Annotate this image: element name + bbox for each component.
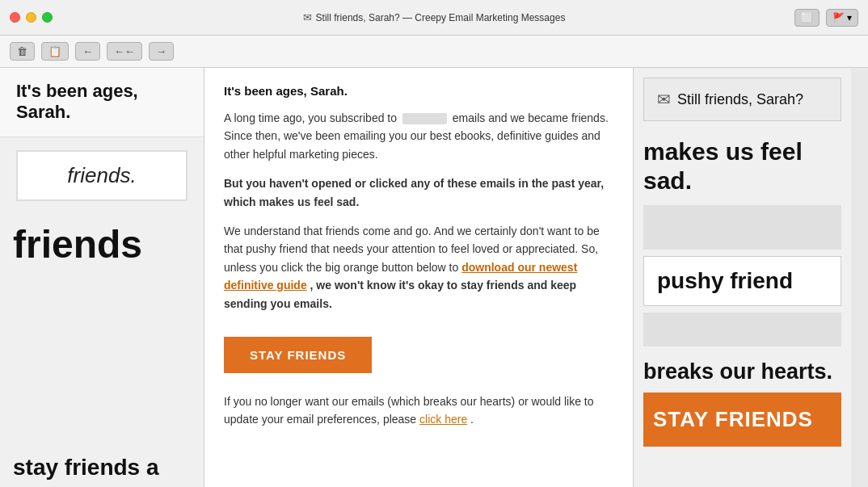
left-panel: It's been ages, Sarah. friends. friends … bbox=[0, 68, 204, 487]
close-button[interactable] bbox=[10, 12, 20, 23]
email-body: It's been ages, Sarah. A long time ago, … bbox=[204, 68, 633, 487]
print-button[interactable]: ⬜ bbox=[794, 9, 820, 27]
email-para-2: But you haven't opened or clicked any of… bbox=[224, 174, 613, 211]
strip-envelope-icon: ✉ bbox=[657, 90, 671, 109]
email-icon: ✉ bbox=[303, 11, 312, 23]
toolbar: 🗑 📋 ← ←← → bbox=[0, 36, 868, 68]
click-here-link[interactable]: click here bbox=[419, 413, 467, 426]
back-all-button[interactable]: ←← bbox=[107, 42, 142, 61]
email-para-3: We understand that friends come and go. … bbox=[224, 222, 613, 313]
email-footer: If you no longer want our emails (which … bbox=[224, 393, 613, 429]
preview-top-heading: It's been ages, Sarah. bbox=[16, 81, 188, 124]
back-button[interactable]: ← bbox=[75, 42, 100, 61]
strip-header-text: Still friends, Sarah? bbox=[677, 91, 803, 108]
preview-friends-large-text: friends bbox=[13, 223, 142, 266]
preview-friends-label: friends. bbox=[67, 163, 136, 188]
flag-button[interactable]: 🚩 ▾ bbox=[826, 9, 858, 27]
right-strip: ✉ Still friends, Sarah? makes us feel sa… bbox=[633, 68, 851, 487]
stay-friends-button[interactable]: STAY FRIENDS bbox=[224, 337, 372, 373]
strip-makes-sad: makes us feel sad. bbox=[634, 128, 851, 202]
cta-container: STAY FRIENDS bbox=[224, 324, 613, 386]
preview-top: It's been ages, Sarah. bbox=[0, 68, 204, 137]
forward-button[interactable]: → bbox=[149, 42, 174, 61]
traffic-lights bbox=[10, 12, 53, 23]
placeholder-brand bbox=[402, 113, 447, 124]
maximize-button[interactable] bbox=[42, 12, 53, 23]
preview-friends-box: friends. bbox=[16, 150, 188, 201]
main-content: It's been ages, Sarah. friends. friends … bbox=[0, 68, 868, 487]
strip-empty-box-1 bbox=[643, 205, 841, 250]
archive-button[interactable]: 📋 bbox=[41, 42, 69, 61]
title-bar: ✉ Still friends, Sarah? — Creepy Email M… bbox=[0, 0, 868, 36]
preview-stay-friends: stay friends a bbox=[0, 448, 204, 487]
strip-pushy-text: pushy friend bbox=[657, 268, 793, 293]
email-heading: It's been ages, Sarah. bbox=[224, 84, 613, 98]
window-title: ✉ Still friends, Sarah? — Creepy Email M… bbox=[303, 11, 566, 23]
strip-breaks-hearts: breaks our hearts. bbox=[634, 350, 851, 388]
strip-pushy-friend-box: pushy friend bbox=[643, 256, 841, 306]
delete-button[interactable]: 🗑 bbox=[10, 42, 35, 61]
email-para-1: A long time ago, you subscribed to email… bbox=[224, 109, 613, 163]
strip-header-box: ✉ Still friends, Sarah? bbox=[643, 78, 841, 121]
preview-friends-large: friends bbox=[13, 214, 204, 275]
window-controls-right: ⬜ 🚩 ▾ bbox=[794, 9, 858, 27]
strip-stay-friends-text: STAY FRIENDS bbox=[653, 407, 813, 431]
strip-stay-friends-orange: STAY FRIENDS bbox=[643, 393, 841, 447]
strip-empty-box-2 bbox=[643, 313, 841, 346]
minimize-button[interactable] bbox=[26, 12, 36, 23]
